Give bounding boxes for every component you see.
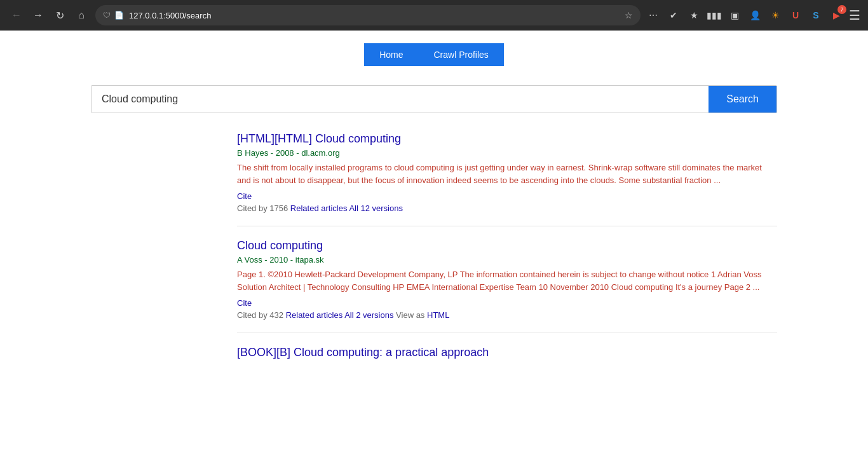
home-nav-link[interactable]: Home bbox=[364, 43, 418, 66]
result-meta: B Hayes - 2008 - dl.acm.org bbox=[237, 148, 777, 158]
result-cite[interactable]: Cite bbox=[237, 191, 777, 201]
result-item: Cloud computing A Voss - 2010 - itapa.sk… bbox=[237, 239, 777, 333]
related-articles-link[interactable]: Related articles bbox=[290, 203, 348, 213]
browser-right-icons: ⋯ ✔ ★ ▮▮▮ ▣ 👤 ☀ U S ▶ 7 ☰ bbox=[646, 8, 860, 23]
nav-bar: Home Crawl Profiles bbox=[13, 43, 855, 66]
search-button[interactable]: Search bbox=[709, 86, 776, 113]
bookmark-icon[interactable]: ★ bbox=[686, 8, 702, 23]
search-input[interactable] bbox=[92, 86, 709, 113]
result-meta: A Voss - 2010 - itapa.sk bbox=[237, 255, 777, 265]
extension-icon-2[interactable]: U bbox=[788, 8, 803, 23]
versions-link[interactable]: All 12 versions bbox=[349, 203, 403, 213]
address-bar-icons: 🛡 📄 bbox=[103, 11, 124, 20]
home-button[interactable]: ⌂ bbox=[72, 6, 90, 24]
hamburger-menu-icon[interactable]: ☰ bbox=[849, 8, 860, 23]
account-icon[interactable]: 👤 bbox=[747, 8, 763, 23]
library-icon[interactable]: ▮▮▮ bbox=[707, 8, 722, 23]
results-container: [HTML][HTML] Cloud computing B Hayes - 2… bbox=[91, 132, 777, 359]
address-bar-input[interactable] bbox=[129, 11, 620, 20]
view-as-text: View as bbox=[396, 310, 424, 320]
cited-by: Cited by 432 bbox=[237, 310, 283, 320]
related-articles-link[interactable]: Related articles bbox=[286, 310, 343, 320]
address-bar-container: 🛡 📄 ☆ bbox=[95, 5, 641, 25]
result-snippet: The shift from locally installed program… bbox=[237, 162, 777, 186]
forward-button[interactable]: → bbox=[29, 6, 47, 24]
cited-by: Cited by 1756 bbox=[237, 203, 288, 213]
extension-icon-4[interactable]: ▶ 7 bbox=[829, 8, 844, 23]
result-stats: Cited by 1756 Related articles All 12 ve… bbox=[237, 203, 777, 213]
pocket-icon[interactable]: ✔ bbox=[666, 8, 681, 23]
more-options-icon[interactable]: ⋯ bbox=[646, 8, 661, 23]
result-title[interactable]: [HTML][HTML] Cloud computing bbox=[237, 132, 777, 146]
page-content: Home Crawl Profiles Search [HTML][HTML] … bbox=[0, 31, 868, 468]
result-title[interactable]: [BOOK][B] Cloud computing: a practical a… bbox=[237, 346, 777, 359]
result-item: [BOOK][B] Cloud computing: a practical a… bbox=[237, 346, 777, 359]
result-item: [HTML][HTML] Cloud computing B Hayes - 2… bbox=[237, 132, 777, 226]
result-snippet: Page 1. ©2010 Hewlett-Packard Developmen… bbox=[237, 268, 777, 293]
page-icon: 📄 bbox=[114, 11, 124, 20]
refresh-button[interactable]: ↻ bbox=[51, 6, 69, 24]
extension-icon-1[interactable]: ☀ bbox=[768, 8, 783, 23]
nav-buttons: ← → ↻ ⌂ bbox=[8, 6, 90, 24]
shield-icon: 🛡 bbox=[103, 11, 111, 20]
result-cite[interactable]: Cite bbox=[237, 298, 777, 308]
tab-icon[interactable]: ▣ bbox=[727, 8, 742, 23]
versions-link[interactable]: All 2 versions bbox=[344, 310, 393, 320]
html-link[interactable]: HTML bbox=[427, 310, 449, 320]
browser-chrome: ← → ↻ ⌂ 🛡 📄 ☆ ⋯ ✔ ★ ▮▮▮ ▣ 👤 ☀ U S ▶ 7 ☰ bbox=[0, 0, 868, 31]
search-container: Search bbox=[91, 85, 777, 113]
result-stats: Cited by 432 Related articles All 2 vers… bbox=[237, 310, 777, 320]
crawl-profiles-nav-link[interactable]: Crawl Profiles bbox=[419, 43, 504, 66]
result-title[interactable]: Cloud computing bbox=[237, 239, 777, 252]
extension-icon-3[interactable]: S bbox=[808, 8, 824, 23]
back-button[interactable]: ← bbox=[8, 6, 25, 24]
badge-count: 7 bbox=[837, 5, 846, 14]
star-icon[interactable]: ☆ bbox=[625, 10, 633, 20]
